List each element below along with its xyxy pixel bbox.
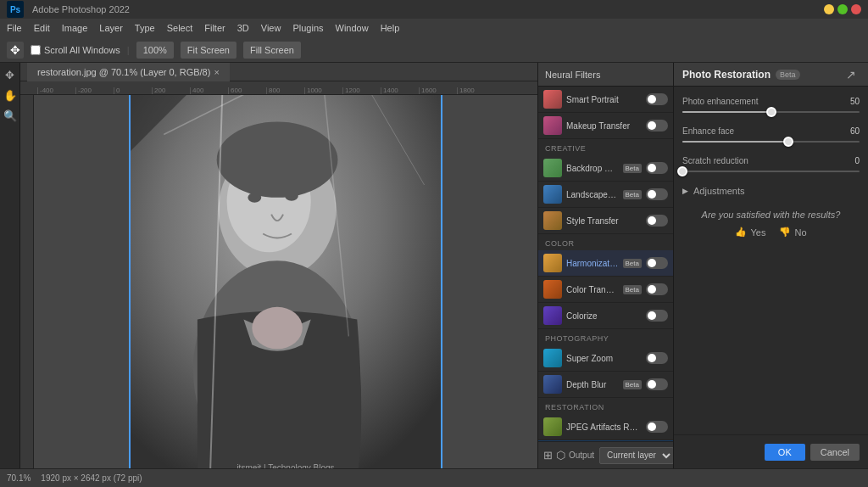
zoom-tool-icon[interactable]: 🔍	[2, 107, 19, 124]
hand-tool-icon[interactable]: ✋	[2, 87, 19, 104]
filter-toggle-jpeg[interactable]	[646, 421, 668, 433]
menu-file[interactable]: File	[7, 23, 22, 33]
statusbar: 70.1% 1920 px × 2642 px (72 ppi)	[0, 468, 868, 487]
filter-item-jpeg[interactable]: JPEG Artifacts Removal	[538, 414, 673, 440]
adjustments-toggle[interactable]: ▶ Adjustments	[682, 186, 860, 196]
filter-item-style-transfer[interactable]: Style Transfer	[538, 208, 673, 234]
filter-item-color-transfer[interactable]: Color Transfer Beta	[538, 277, 673, 303]
filter-name-colortransfer: Color Transfer	[566, 285, 619, 294]
enhance-face-label: Enhance face 60	[682, 126, 860, 136]
filter-toggle-makeup[interactable]	[646, 120, 668, 132]
filter-badge-depthblur: Beta	[623, 380, 642, 389]
filter-name-style: Style Transfer	[566, 216, 642, 226]
canvas-ruler-vertical	[20, 95, 34, 468]
ruler-mark: 1600	[419, 87, 457, 94]
minimize-button[interactable]	[824, 4, 834, 14]
filter-item-harmonization[interactable]: Harmonization Beta	[538, 250, 673, 277]
maximize-button[interactable]	[837, 4, 848, 14]
close-button[interactable]	[851, 4, 861, 14]
canvas-filename: restoration.jpg @ 70.1% (Layer 0, RGB/8)	[37, 67, 210, 77]
right-panel-header: Photo Restoration Beta ↗	[674, 63, 868, 87]
menu-help[interactable]: Help	[381, 23, 400, 33]
filter-icon-backdrop	[543, 159, 562, 177]
titlebar-title: Adobe Photoshop 2022	[32, 4, 130, 14]
enhance-face-fill	[682, 141, 788, 143]
menu-filter[interactable]: Filter	[204, 23, 225, 33]
tools-sidebar: ✥ ✋ 🔍	[0, 63, 20, 468]
filter-toggle-colortransfer[interactable]	[646, 283, 668, 295]
menu-layer[interactable]: Layer	[99, 23, 123, 33]
ok-button[interactable]: OK	[765, 444, 805, 461]
neural-filters-panel: Neural Filters Smart Portrait Makeup Tra…	[537, 63, 673, 468]
menu-3d[interactable]: 3D	[237, 23, 249, 33]
fit-screen-button[interactable]: Fit Screen	[181, 42, 236, 59]
menu-plugins[interactable]: Plugins	[292, 23, 323, 33]
satisfaction-yes-button[interactable]: 👍 Yes	[735, 227, 765, 238]
cancel-button[interactable]: Cancel	[810, 444, 860, 461]
neural-masks-btn[interactable]: ⬡	[556, 447, 565, 464]
filter-badge-backdrop: Beta	[623, 164, 642, 173]
canvas-ruler-horizontal: -400 -200 0 200 400 600 800 1000 1200 14…	[20, 81, 537, 95]
neural-filters-title: Neural Filters	[545, 70, 600, 80]
filter-item-landscape[interactable]: Landscape Mi... Beta	[538, 182, 673, 208]
satisfaction-no-button[interactable]: 👎 No	[779, 227, 806, 238]
filter-badge-landscape: Beta	[623, 190, 642, 199]
canvas-viewport[interactable]: itsmeit | Technology Blogs	[34, 95, 537, 468]
filter-toggle-superzoom[interactable]	[646, 352, 668, 364]
toolbar: ✥ Scroll All Windows | 100% Fit Screen F…	[0, 37, 868, 63]
panel-title: Photo Restoration	[682, 69, 771, 81]
section-label-color: COLOR	[538, 234, 673, 250]
move-tool-icon[interactable]: ✥	[2, 66, 19, 83]
menu-view[interactable]: View	[261, 23, 281, 33]
filter-item-superzoom[interactable]: Super Zoom	[538, 345, 673, 372]
filter-toggle-colorize[interactable]	[646, 310, 668, 322]
output-select[interactable]: Current layer	[599, 447, 674, 464]
titlebar-right[interactable]	[824, 4, 861, 14]
ruler-mark: 800	[266, 87, 304, 94]
menu-type[interactable]: Type	[135, 23, 155, 33]
filter-toggle-landscape[interactable]	[646, 188, 668, 200]
yes-label: Yes	[750, 227, 765, 238]
canvas-tab-active[interactable]: restoration.jpg @ 70.1% (Layer 0, RGB/8)…	[27, 63, 230, 81]
neural-filters-list[interactable]: Smart Portrait Makeup Transfer CREATIVE …	[538, 87, 673, 441]
filter-toggle-smart-portrait[interactable]	[646, 93, 668, 105]
canvas-body: itsmeit | Technology Blogs	[20, 95, 537, 468]
move-tool[interactable]: ✥	[7, 42, 24, 59]
menu-image[interactable]: Image	[62, 23, 88, 33]
menu-window[interactable]: Window	[336, 23, 369, 33]
filter-toggle-harmonization[interactable]	[646, 257, 668, 269]
menu-edit[interactable]: Edit	[34, 23, 50, 33]
filter-item-makeup-transfer[interactable]: Makeup Transfer	[538, 113, 673, 139]
fill-screen-button[interactable]: Fill Screen	[243, 42, 301, 59]
filter-item-smart-portrait[interactable]: Smart Portrait	[538, 87, 673, 113]
ruler-marks: -400 -200 0 200 400 600 800 1000 1200 14…	[20, 81, 495, 94]
main-layout: ✥ ✋ 🔍 restoration.jpg @ 70.1% (Layer 0, …	[0, 63, 868, 468]
scratch-reduction-slider[interactable]	[682, 171, 860, 172]
photo-enhancement-value: 50	[850, 97, 860, 106]
photo-enhancement-thumb[interactable]	[766, 107, 776, 117]
menu-select[interactable]: Select	[167, 23, 193, 33]
filter-item-backdrop[interactable]: Backdrop Crea... Beta	[538, 155, 673, 182]
scroll-all-check[interactable]: Scroll All Windows	[31, 45, 120, 55]
section-label-photography: PHOTOGRAPHY	[538, 329, 673, 345]
filter-toggle-backdrop[interactable]	[646, 162, 668, 174]
zoom-input[interactable]: 100%	[136, 42, 174, 59]
filter-item-depthblur[interactable]: Depth Blur Beta	[538, 372, 673, 398]
enhance-face-slider[interactable]	[682, 141, 860, 143]
menubar: File Edit Image Layer Type Select Filter…	[0, 19, 868, 37]
enhance-face-thumb[interactable]	[783, 137, 793, 147]
beta-badge: Beta	[776, 70, 800, 80]
filter-name-backdrop: Backdrop Crea...	[566, 164, 619, 173]
filter-name-landscape: Landscape Mi...	[566, 190, 619, 199]
photo-enhancement-slider[interactable]	[682, 111, 860, 113]
output-section: Output Current layer	[569, 447, 674, 464]
canvas-area: restoration.jpg @ 70.1% (Layer 0, RGB/8)…	[20, 63, 537, 468]
canvas-close-btn[interactable]: ×	[214, 67, 219, 77]
scratch-reduction-thumb[interactable]	[677, 166, 687, 176]
filter-toggle-style[interactable]	[646, 215, 668, 227]
neural-layers-btn[interactable]: ⊞	[543, 447, 553, 464]
filter-toggle-depthblur[interactable]	[646, 378, 668, 390]
back-button[interactable]: ↗	[846, 68, 860, 81]
filter-item-colorize[interactable]: Colorize	[538, 303, 673, 329]
filter-badge-colortransfer: Beta	[623, 285, 642, 294]
